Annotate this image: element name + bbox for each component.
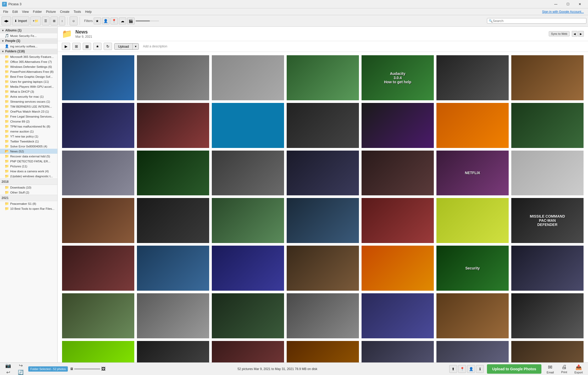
filter-people-btn[interactable]: 👤 [102, 18, 109, 24]
email-button[interactable]: ✉ Email [545, 363, 556, 375]
sidebar-folder-10[interactable]: 📁 TIM BERNERS LEE INTERN... [0, 104, 57, 109]
sort-button[interactable]: ↕ [59, 16, 65, 25]
photo-thumb-48[interactable] [436, 341, 509, 363]
rotate-button[interactable]: ↻ [104, 43, 112, 50]
view-grid-button[interactable]: ⊞ [51, 16, 58, 25]
photo-thumb-13[interactable] [436, 103, 509, 148]
filter-slider[interactable] [136, 20, 159, 21]
upload-button[interactable]: Upload [114, 43, 133, 49]
sidebar-people-header[interactable]: ▼ People (1) [0, 38, 57, 44]
bottom-info-icon[interactable]: ℹ [476, 365, 484, 373]
sidebar-folder-18[interactable]: 📁 Solve Error 0x80004005 (4) [0, 144, 57, 149]
photo-thumb-31[interactable] [212, 245, 284, 291]
photo-thumb-8[interactable] [62, 103, 135, 148]
photo-thumb-20[interactable]: NETFLIX [436, 150, 509, 196]
menu-tools[interactable]: Tools [71, 9, 83, 14]
sidebar-folder-23[interactable]: 📁 How does a camera work (4) [0, 169, 57, 174]
photo-thumb-47[interactable] [361, 341, 434, 363]
photo-thumb-23[interactable] [137, 198, 209, 243]
sidebar-albums-item[interactable]: 🎵 Music Security Fe... [0, 33, 57, 38]
photo-thumb-17[interactable] [212, 150, 284, 196]
sidebar-folder-13[interactable]: 📁 Chrome 89 (2) [0, 119, 57, 124]
photo-thumb-5[interactable]: Audacity 3.0.4 How to get help [361, 55, 434, 101]
sidebar-folder-17[interactable]: 📁 Twitter Tweetdeck (1) [0, 139, 57, 144]
photo-thumb-37[interactable] [137, 293, 209, 339]
upload-to-google-photos-button[interactable]: Upload to Google Photos [487, 364, 541, 374]
sidebar-folder-11[interactable]: 📁 OnePlus Watch March 23 (1) [0, 109, 57, 114]
photo-thumb-49[interactable] [511, 341, 584, 363]
photo-thumb-27[interactable] [436, 198, 509, 243]
sidebar-people-item[interactable]: 👤 ing security softwa... [0, 44, 57, 49]
sidebar-folder-9[interactable]: 📁 Streaming services oscars (1) [0, 99, 57, 104]
photo-thumb-28[interactable]: MISSILE COMMAND PAC·MAN DEFENDER [511, 198, 584, 243]
sidebar-folder-24[interactable]: 📁 (Update) windows diagnostic t... [0, 174, 57, 179]
search-input[interactable] [493, 19, 585, 23]
import-button[interactable]: ⬇ Import [12, 16, 29, 25]
sidebar-albums-header[interactable]: ▼ Albums (1) [0, 28, 57, 33]
photo-thumb-7[interactable] [511, 55, 584, 101]
sidebar-folder-8[interactable]: 📁 Avira security for mac (1) [0, 94, 57, 99]
sidebar-folder-19[interactable]: 📂 News (52) [0, 149, 57, 154]
photo-thumb-42[interactable] [511, 293, 584, 339]
star-button[interactable]: ★ [93, 43, 102, 50]
menu-help[interactable]: Help [83, 9, 94, 14]
sync-to-web-button[interactable]: Sync to Web [549, 31, 570, 36]
print-button[interactable]: 🖨 Print [559, 363, 569, 375]
grid-view-button[interactable]: ▦ [83, 43, 91, 50]
menu-view[interactable]: View [20, 9, 31, 14]
play-slideshow-button[interactable]: ▶ [62, 43, 70, 50]
photo-thumb-39[interactable] [286, 293, 359, 339]
photo-thumb-43[interactable] [62, 341, 135, 363]
sidebar-folder-21[interactable]: 📁 PNP DETECTED FATAL ER... [0, 159, 57, 164]
view-list-button[interactable]: ☰ [42, 16, 49, 25]
photo-thumb-40[interactable] [361, 293, 434, 339]
menu-folder[interactable]: Folder [31, 9, 44, 14]
upload-dropdown-button[interactable]: ▼ [133, 43, 138, 49]
sidebar-folder-7[interactable]: 📁 What is DHCP (3) [0, 89, 57, 94]
photo-thumb-29[interactable] [62, 245, 135, 291]
menu-picture[interactable]: Picture [44, 9, 58, 14]
prev-folder-button[interactable]: ◀ [572, 31, 578, 37]
size-slider-track[interactable] [74, 368, 100, 370]
next-folder-button[interactable]: ▶ [578, 31, 584, 37]
bottom-icon-undo[interactable]: ↩ [6, 370, 10, 375]
photo-thumb-22[interactable] [62, 198, 135, 243]
minimize-button[interactable]: — [550, 0, 562, 8]
add-description-link[interactable]: Add a description [143, 45, 167, 48]
photo-thumb-32[interactable] [286, 245, 359, 291]
sidebar-folder-5[interactable]: 📁 Uses for gaming laptops (11) [0, 79, 57, 84]
photo-thumb-21[interactable] [511, 150, 584, 196]
filter-star-btn[interactable]: ★ [94, 18, 101, 24]
bottom-share-icon[interactable]: ⬆ [449, 365, 457, 373]
face-button[interactable]: ☺ [70, 16, 77, 25]
back-forward-btn[interactable]: ◀▶ [2, 16, 11, 25]
photo-thumb-16[interactable] [137, 150, 209, 196]
sidebar-folder-1[interactable]: 📁 Office 365 Alternatives Free (7) [0, 59, 57, 64]
sidebar-folder-2[interactable]: 📁 Windows Defender Settings (6) [0, 64, 57, 69]
bottom-location-icon[interactable]: 📍 [458, 365, 466, 373]
filter-video-btn[interactable]: 🎬 [127, 18, 135, 24]
photo-thumb-2[interactable] [137, 55, 209, 101]
photo-thumb-36[interactable] [62, 293, 135, 339]
sidebar-folder-12[interactable]: 📁 Free Legal Streaming Services... [0, 114, 57, 119]
bottom-icon-refresh[interactable]: 🔄 [18, 370, 24, 375]
photo-thumb-4[interactable] [286, 55, 359, 101]
photo-thumb-33[interactable] [361, 245, 434, 291]
sidebar-folder-4[interactable]: 📁 Best Free Graphic Design Sof... [0, 74, 57, 79]
photo-thumb-34[interactable]: Security [436, 245, 509, 291]
view-button[interactable]: ⊞ [72, 43, 81, 50]
add-to-album-button[interactable]: +📁 [30, 16, 41, 25]
sign-in-link[interactable]: Sign in with Google Account... [542, 10, 584, 14]
bottom-icon-camera[interactable]: 📷 [5, 363, 11, 368]
photo-thumb-3[interactable] [212, 55, 284, 101]
photo-thumb-11[interactable] [286, 103, 359, 148]
sidebar-ten-best[interactable]: 📁 10 Best Tools to open Rar Files... [0, 206, 57, 211]
bottom-people-icon[interactable]: 👤 [467, 365, 475, 373]
photo-thumb-44[interactable] [137, 341, 209, 363]
photo-thumb-30[interactable] [137, 245, 209, 291]
filter-location-btn[interactable]: 📍 [110, 18, 118, 24]
sidebar-folder-6[interactable]: 📁 Media Players With GPU accel... [0, 84, 57, 89]
photo-thumb-10[interactable] [212, 103, 284, 148]
sidebar-folders-header[interactable]: ▼ Folders (116) [0, 49, 57, 54]
photo-thumb-26[interactable] [361, 198, 434, 243]
